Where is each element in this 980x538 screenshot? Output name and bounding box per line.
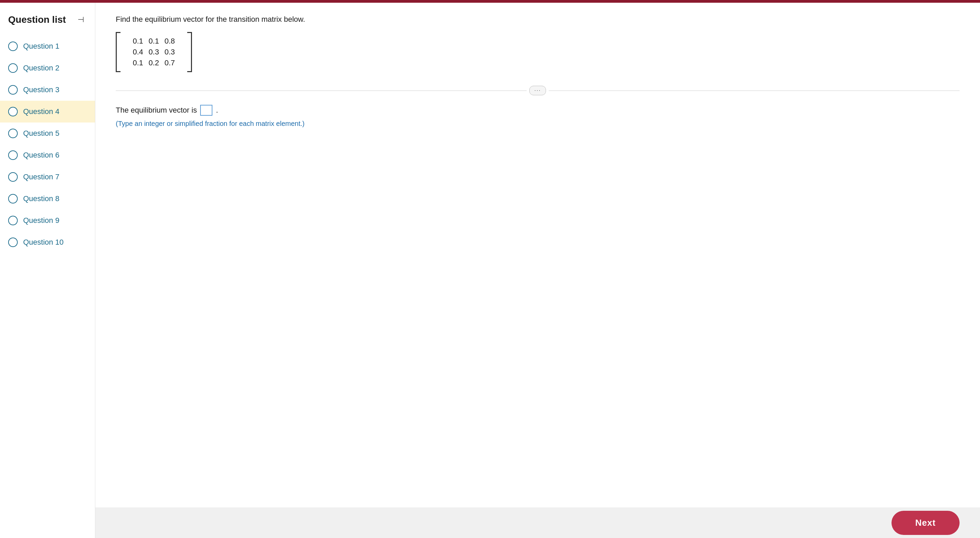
collapse-button[interactable]: ⊣	[75, 14, 87, 26]
radio-circle-7	[8, 172, 18, 182]
question-label-6: Question 6	[23, 151, 59, 160]
question-item-3[interactable]: Question 3	[0, 79, 95, 101]
question-item-7[interactable]: Question 7	[0, 166, 95, 188]
question-label-1: Question 1	[23, 42, 59, 51]
answer-prefix: The equilibrium vector is	[116, 106, 197, 115]
question-prompt: Find the equilibrium vector for the tran…	[116, 15, 959, 24]
collapse-icon: ⊣	[78, 15, 84, 24]
divider-row: ···	[116, 86, 959, 95]
question-label-3: Question 3	[23, 86, 59, 94]
radio-circle-6	[8, 151, 18, 160]
question-label-4: Question 4	[23, 107, 59, 116]
question-label-8: Question 8	[23, 194, 59, 203]
divider-line-right	[549, 90, 959, 91]
question-item-5[interactable]: Question 5	[0, 122, 95, 144]
bottom-bar: Next	[95, 507, 980, 538]
question-item-2[interactable]: Question 2	[0, 57, 95, 79]
question-item-8[interactable]: Question 8	[0, 188, 95, 209]
matrix-cell-2-1: 0.2	[149, 59, 159, 67]
question-list: Question 1Question 2Question 3Question 4…	[0, 35, 95, 253]
matrix-container: 0.10.10.80.40.30.30.10.20.7	[116, 32, 959, 73]
question-item-9[interactable]: Question 9	[0, 209, 95, 232]
question-item-6[interactable]: Question 6	[0, 144, 95, 166]
main-content: Find the equilibrium vector for the tran…	[95, 3, 980, 538]
dots-button[interactable]: ···	[529, 86, 546, 95]
question-label-10: Question 10	[23, 238, 64, 247]
matrix-cell-2-0: 0.1	[133, 59, 143, 67]
question-label-9: Question 9	[23, 216, 59, 225]
radio-circle-5	[8, 129, 18, 138]
matrix-cell-2-2: 0.7	[164, 59, 175, 67]
divider-line-left	[116, 90, 527, 91]
matrix-cell-1-2: 0.3	[164, 48, 175, 57]
matrix-cell-0-2: 0.8	[164, 37, 175, 46]
question-label-5: Question 5	[23, 129, 59, 138]
radio-circle-10	[8, 238, 18, 247]
answer-suffix: .	[216, 106, 218, 115]
radio-circle-2	[8, 63, 18, 73]
top-accent-bar	[0, 0, 980, 3]
matrix-table: 0.10.10.80.40.30.30.10.20.7	[127, 35, 180, 70]
radio-circle-1	[8, 41, 18, 51]
answer-row: The equilibrium vector is .	[116, 105, 959, 116]
bracket-left	[116, 32, 121, 72]
radio-circle-4	[8, 107, 18, 116]
radio-circle-8	[8, 194, 18, 203]
sidebar: Question list ⊣ Question 1Question 2Ques…	[0, 3, 95, 538]
next-button[interactable]: Next	[891, 511, 959, 535]
sidebar-header: Question list ⊣	[0, 14, 95, 35]
question-item-4[interactable]: Question 4	[0, 101, 95, 122]
question-label-7: Question 7	[23, 173, 59, 181]
sidebar-title: Question list	[8, 14, 66, 25]
question-label-2: Question 2	[23, 63, 59, 73]
answer-input[interactable]	[200, 105, 212, 116]
matrix-cell-0-0: 0.1	[133, 37, 143, 46]
matrix-cell-1-0: 0.4	[133, 48, 143, 57]
question-item-1[interactable]: Question 1	[0, 35, 95, 57]
matrix-cell-0-1: 0.1	[149, 37, 159, 46]
radio-circle-3	[8, 85, 18, 95]
matrix-cell-1-1: 0.3	[149, 48, 159, 57]
question-item-10[interactable]: Question 10	[0, 232, 95, 253]
bracket-right	[187, 32, 192, 72]
hint-text-container: (Type an integer or simplified fraction …	[116, 120, 959, 128]
matrix-wrapper: 0.10.10.80.40.30.30.10.20.7	[116, 32, 192, 72]
radio-circle-9	[8, 216, 18, 225]
hint-link[interactable]: (Type an integer or simplified fraction …	[116, 120, 305, 127]
